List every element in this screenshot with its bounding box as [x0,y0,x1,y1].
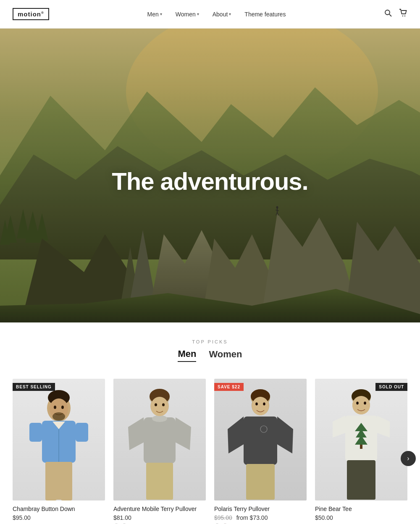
svg-rect-48 [146,471,158,500]
svg-rect-61 [246,471,259,500]
svg-rect-43 [144,417,176,464]
svg-point-53 [162,403,165,406]
product-grid: BEST SELLING [0,370,420,524]
product-image-wrap[interactable]: BEST SELLING [13,379,105,500]
svg-point-80 [352,396,370,414]
svg-point-0 [385,10,390,15]
nav-theme-features[interactable]: Theme features [239,8,291,21]
hero-section: The adventurous. [0,29,420,322]
search-icon[interactable] [384,9,392,19]
svg-point-82 [364,402,366,405]
tab-men[interactable]: Men [178,348,196,362]
svg-marker-57 [228,417,244,453]
svg-rect-78 [363,469,375,500]
product-card: BEST SELLING [13,379,105,524]
svg-point-64 [252,397,269,415]
svg-rect-49 [161,471,173,500]
top-picks-label: TOP PICKS [13,339,407,344]
svg-point-38 [54,406,56,409]
product-card: Adventure Mobile Terry Pullover $81.00 [113,379,206,524]
chevron-down-icon: ▾ [160,12,162,16]
product-price: $81.00 [113,514,206,521]
save-badge: SAVE $22 [214,383,244,391]
product-image-wrap[interactable]: SOLD OUT [315,379,407,500]
product-card: SOLD OUT [315,379,407,524]
product-name: Polaris Terry Pullover [214,506,307,512]
svg-point-3 [404,16,405,16]
svg-marker-70 [333,416,346,438]
svg-rect-35 [61,471,72,500]
hero-headline: The adventurous. [112,167,308,195]
next-arrow-button[interactable]: › [401,451,416,466]
svg-marker-71 [376,416,390,438]
svg-point-40 [52,412,65,421]
svg-point-46 [152,415,167,422]
product-name: Pine Bear Tee [315,506,407,512]
product-card: SAVE $22 [214,379,307,524]
header-actions [384,9,407,19]
svg-rect-77 [347,469,360,500]
svg-rect-62 [262,471,275,500]
svg-point-2 [402,16,403,16]
product-image-wrap[interactable]: SAVE $22 [214,379,307,500]
logo[interactable]: motion® [13,8,49,20]
sold-out-badge: SOLD OUT [375,383,407,391]
svg-rect-30 [76,423,88,442]
svg-point-65 [255,403,258,406]
nav-men[interactable]: Men ▾ [142,8,168,21]
product-price: $95.00 [13,514,105,521]
svg-marker-58 [276,417,293,453]
top-picks-section: TOP PICKS Men Women [0,322,420,370]
product-name: Adventure Mobile Terry Pullover [113,506,206,512]
svg-marker-45 [174,417,191,450]
nav-women[interactable]: Women ▾ [170,8,205,21]
svg-rect-34 [45,471,57,500]
original-price: $95.00 [214,514,232,521]
svg-rect-29 [29,423,42,442]
svg-marker-44 [128,417,145,450]
tab-group: Men Women [13,348,407,362]
svg-rect-56 [244,417,277,465]
svg-line-1 [389,14,391,16]
svg-rect-75 [360,445,362,449]
svg-point-51 [151,397,168,416]
product-price: $50.00 [315,514,407,521]
chevron-down-icon: ▾ [197,12,199,16]
svg-point-52 [155,403,157,406]
nav-about[interactable]: About ▾ [207,8,237,21]
cart-icon[interactable] [399,9,407,19]
chevron-down-icon: ▾ [229,12,231,16]
product-price: $95.00 from $73.00 [214,514,307,521]
svg-point-81 [356,402,359,405]
product-name: Chambray Button Down [13,506,105,512]
site-header: motion® Men ▾ Women ▾ About ▾ Theme feat… [0,0,420,29]
main-nav: Men ▾ Women ▾ About ▾ Theme features [142,8,292,21]
best-selling-badge: BEST SELLING [13,383,55,391]
product-image-wrap[interactable] [113,379,206,500]
svg-point-39 [61,406,64,409]
tab-women[interactable]: Women [209,348,242,362]
sale-price: from $73.00 [236,514,268,521]
svg-point-66 [263,403,265,406]
